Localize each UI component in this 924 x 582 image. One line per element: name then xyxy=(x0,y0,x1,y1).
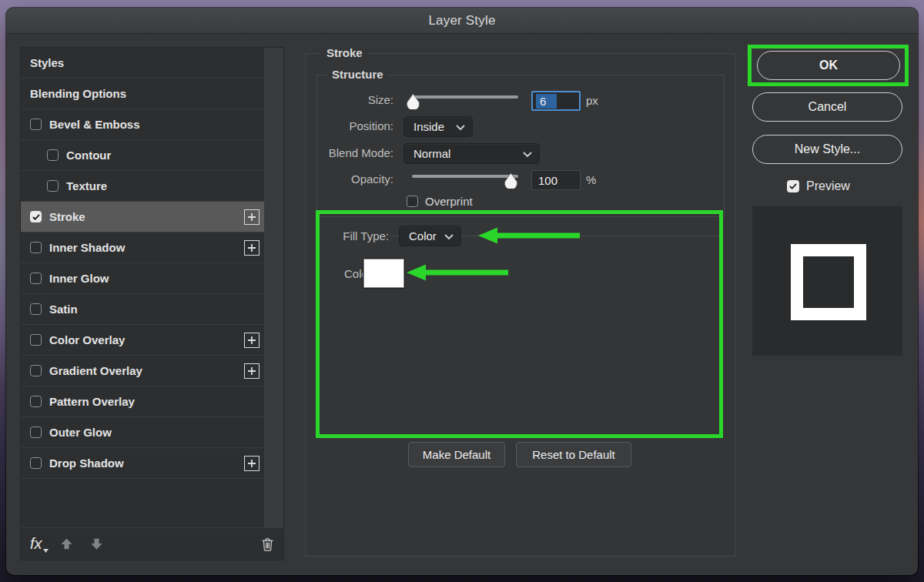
title-bar[interactable]: Layer Style xyxy=(6,8,918,34)
stroke-preview-square xyxy=(791,244,866,320)
sidebar-item-label: Satin xyxy=(49,303,78,316)
stroke-settings-panel: Stroke Structure Size: 6 px Position: In… xyxy=(305,53,735,557)
panel-legend: Stroke xyxy=(321,46,368,60)
preview-checkbox-row[interactable]: Preview xyxy=(787,179,850,193)
add-effect-instance-button[interactable] xyxy=(244,240,259,256)
caret-down-icon xyxy=(43,549,49,553)
sidebar-footer: fx xyxy=(21,527,283,560)
checkbox-unchecked[interactable] xyxy=(30,365,42,376)
arrow-down-icon xyxy=(89,537,104,551)
make-default-button[interactable]: Make Default xyxy=(408,442,505,467)
plus-icon xyxy=(247,336,256,345)
sidebar-item-bevel-emboss[interactable]: Bevel & Emboss xyxy=(21,109,264,140)
chevron-down-icon xyxy=(456,125,465,131)
checkbox-unchecked[interactable] xyxy=(30,426,42,438)
sidebar-item-label: Gradient Overlay xyxy=(49,364,142,377)
add-effect-instance-button[interactable] xyxy=(244,456,259,471)
sidebar-item-drop-shadow[interactable]: Drop Shadow xyxy=(21,448,264,479)
checkbox-unchecked[interactable] xyxy=(47,180,59,192)
checkbox-unchecked[interactable] xyxy=(30,396,42,407)
structure-legend: Structure xyxy=(326,68,389,82)
move-effect-down-button[interactable] xyxy=(89,537,104,551)
fx-menu-button[interactable]: fx xyxy=(30,535,42,553)
delete-effect-button[interactable] xyxy=(261,537,274,552)
blend-mode-label: Blend Mode: xyxy=(306,146,393,159)
plus-icon xyxy=(247,366,256,376)
sidebar-item-blending-options[interactable]: Blending Options xyxy=(21,79,264,109)
position-value: Inside xyxy=(413,120,444,133)
styles-sidebar: Styles Blending Options Bevel & Emboss C… xyxy=(21,48,283,560)
checkbox-unchecked[interactable] xyxy=(407,196,418,207)
checkbox-checked[interactable] xyxy=(30,211,42,222)
sidebar-item-contour[interactable]: Contour xyxy=(21,140,264,171)
sidebar-item-pattern-overlay[interactable]: Pattern Overlay xyxy=(21,386,264,417)
chevron-down-icon xyxy=(523,152,532,158)
add-effect-instance-button[interactable] xyxy=(244,333,259,348)
sidebar-item-label: Outer Glow xyxy=(49,426,112,439)
sidebar-item-label: Color Overlay xyxy=(49,333,125,346)
layer-style-dialog: Layer Style Styles Blending Options Beve… xyxy=(6,8,918,575)
new-style-button[interactable]: New Style... xyxy=(752,135,902,164)
add-effect-instance-button[interactable] xyxy=(244,363,259,379)
sidebar-item-label: Contour xyxy=(66,149,111,162)
sidebar-item-inner-glow[interactable]: Inner Glow xyxy=(21,263,264,294)
preview-label: Preview xyxy=(806,179,850,193)
checkbox-unchecked[interactable] xyxy=(30,457,42,469)
add-effect-instance-button[interactable] xyxy=(244,209,259,225)
checkbox-unchecked[interactable] xyxy=(30,303,42,315)
sidebar-item-label: Blending Options xyxy=(30,87,126,100)
sidebar-item-outer-glow[interactable]: Outer Glow xyxy=(21,417,264,448)
trash-icon xyxy=(261,537,274,552)
overprint-label: Overprint xyxy=(425,195,473,208)
ok-button[interactable]: OK xyxy=(757,51,900,80)
checkbox-unchecked[interactable] xyxy=(30,119,42,130)
sidebar-item-label: Bevel & Emboss xyxy=(49,118,140,131)
opacity-label: Opacity: xyxy=(306,172,393,186)
move-effect-up-button[interactable] xyxy=(59,537,74,551)
checkbox-unchecked[interactable] xyxy=(47,149,59,161)
checkbox-unchecked[interactable] xyxy=(30,242,42,253)
sidebar-item-label: Drop Shadow xyxy=(49,457,124,470)
style-preview-thumbnail xyxy=(752,206,902,356)
dialog-title: Layer Style xyxy=(428,13,495,28)
blend-mode-dropdown[interactable]: Normal xyxy=(403,143,540,164)
annotation-arrow-fill-type xyxy=(478,226,580,246)
opacity-input[interactable]: 100 xyxy=(531,170,581,190)
sidebar-item-label: Inner Shadow xyxy=(49,241,125,254)
sidebar-item-satin[interactable]: Satin xyxy=(21,294,264,325)
sidebar-item-styles[interactable]: Styles xyxy=(21,48,264,79)
plus-icon xyxy=(247,459,256,468)
slider-thumb-icon xyxy=(405,93,421,109)
sidebar-item-gradient-overlay[interactable]: Gradient Overlay xyxy=(21,356,264,386)
sidebar-item-inner-shadow[interactable]: Inner Shadow xyxy=(21,232,264,263)
preview-checkbox[interactable] xyxy=(787,180,799,192)
sidebar-item-stroke[interactable]: Stroke xyxy=(21,202,264,232)
slider-thumb-icon xyxy=(503,172,519,189)
opacity-unit: % xyxy=(586,173,596,186)
size-unit: px xyxy=(586,94,598,107)
position-label: Position: xyxy=(306,119,393,132)
size-label: Size: xyxy=(306,93,393,106)
check-icon xyxy=(788,182,798,191)
size-slider-thumb[interactable] xyxy=(405,93,421,112)
position-dropdown[interactable]: Inside xyxy=(403,116,473,137)
checkbox-unchecked[interactable] xyxy=(30,334,42,346)
plus-icon xyxy=(247,243,256,253)
overprint-checkbox-row[interactable]: Overprint xyxy=(407,195,473,208)
size-input[interactable]: 6 xyxy=(531,91,581,111)
sidebar-item-color-overlay[interactable]: Color Overlay xyxy=(21,325,264,356)
annotation-arrow-color-swatch xyxy=(407,263,508,283)
checkbox-unchecked[interactable] xyxy=(30,273,42,284)
cancel-button[interactable]: Cancel xyxy=(752,92,902,122)
size-slider-track[interactable] xyxy=(412,95,518,99)
opacity-value: 100 xyxy=(538,174,557,187)
sidebar-scrollbar-gutter[interactable] xyxy=(264,48,283,527)
check-icon xyxy=(32,212,41,222)
fx-label: fx xyxy=(30,535,42,552)
reset-to-default-button[interactable]: Reset to Default xyxy=(516,442,631,467)
blend-mode-value: Normal xyxy=(413,147,450,160)
opacity-slider-thumb[interactable] xyxy=(503,172,519,192)
sidebar-item-label: Texture xyxy=(66,179,107,192)
sidebar-item-texture[interactable]: Texture xyxy=(21,171,264,202)
plus-icon xyxy=(247,212,256,222)
